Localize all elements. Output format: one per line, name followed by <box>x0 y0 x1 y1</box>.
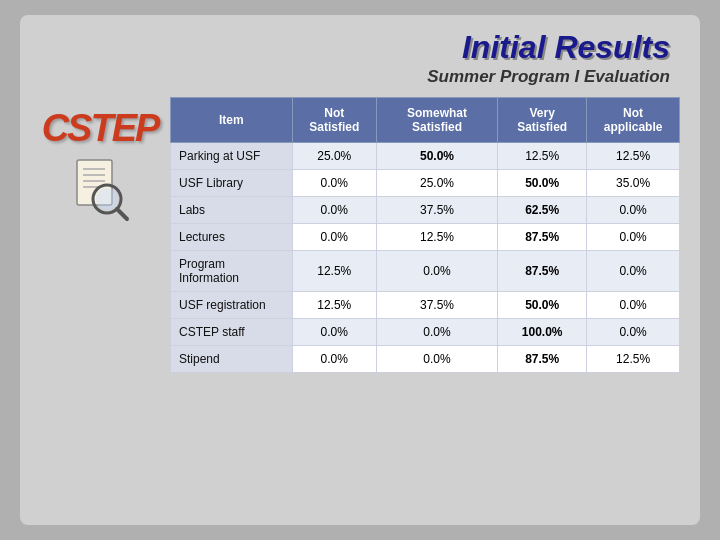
col-header-very-satisfied: Very Satisfied <box>498 98 587 143</box>
table-row: USF Library0.0%25.0%50.0%35.0% <box>171 170 680 197</box>
cell-somewhat-satisfied: 50.0% <box>376 143 497 170</box>
cell-not-applicable: 0.0% <box>587 292 680 319</box>
table-row: CSTEP staff0.0%0.0%100.0%0.0% <box>171 319 680 346</box>
cell-not-applicable: 0.0% <box>587 251 680 292</box>
cell-very-satisfied: 12.5% <box>498 143 587 170</box>
header-area: Initial Results Summer Program I Evaluat… <box>40 25 680 87</box>
cell-somewhat-satisfied: 12.5% <box>376 224 497 251</box>
cell-somewhat-satisfied: 0.0% <box>376 251 497 292</box>
cell-somewhat-satisfied: 37.5% <box>376 197 497 224</box>
cell-not-satisfied: 0.0% <box>292 197 376 224</box>
cell-not-satisfied: 0.0% <box>292 224 376 251</box>
cell-not-applicable: 0.0% <box>587 224 680 251</box>
cell-not-applicable: 0.0% <box>587 319 680 346</box>
cell-very-satisfied: 87.5% <box>498 251 587 292</box>
cell-item: USF Library <box>171 170 293 197</box>
col-header-item: Item <box>171 98 293 143</box>
cell-item: Parking at USF <box>171 143 293 170</box>
table-header-row: Item Not Satisfied Somewhat Satisfied Ve… <box>171 98 680 143</box>
cell-not-satisfied: 0.0% <box>292 319 376 346</box>
cell-very-satisfied: 87.5% <box>498 224 587 251</box>
cell-item: Stipend <box>171 346 293 373</box>
table-row: Labs0.0%37.5%62.5%0.0% <box>171 197 680 224</box>
logo-area: CSTEP <box>40 97 160 505</box>
table-row: Program Information12.5%0.0%87.5%0.0% <box>171 251 680 292</box>
cstep-logo-text: CSTEP <box>42 107 159 150</box>
document-magnifier-icon <box>65 155 135 225</box>
table-row: Lectures0.0%12.5%87.5%0.0% <box>171 224 680 251</box>
results-table: Item Not Satisfied Somewhat Satisfied Ve… <box>170 97 680 373</box>
cell-somewhat-satisfied: 25.0% <box>376 170 497 197</box>
cell-item: Lectures <box>171 224 293 251</box>
cell-not-applicable: 0.0% <box>587 197 680 224</box>
cell-item: CSTEP staff <box>171 319 293 346</box>
cell-not-applicable: 35.0% <box>587 170 680 197</box>
cell-very-satisfied: 62.5% <box>498 197 587 224</box>
cell-very-satisfied: 50.0% <box>498 292 587 319</box>
cell-not-applicable: 12.5% <box>587 143 680 170</box>
table-row: Parking at USF25.0%50.0%12.5%12.5% <box>171 143 680 170</box>
slide-title: Initial Results <box>40 30 670 65</box>
cell-somewhat-satisfied: 37.5% <box>376 292 497 319</box>
slide-subtitle: Summer Program I Evaluation <box>40 67 670 87</box>
cell-item: USF registration <box>171 292 293 319</box>
cell-somewhat-satisfied: 0.0% <box>376 346 497 373</box>
cell-not-satisfied: 12.5% <box>292 251 376 292</box>
col-header-somewhat-satisfied: Somewhat Satisfied <box>376 98 497 143</box>
cell-not-satisfied: 12.5% <box>292 292 376 319</box>
cell-very-satisfied: 87.5% <box>498 346 587 373</box>
cell-item: Program Information <box>171 251 293 292</box>
cell-not-satisfied: 25.0% <box>292 143 376 170</box>
table-wrapper: Item Not Satisfied Somewhat Satisfied Ve… <box>170 97 680 505</box>
cell-not-applicable: 12.5% <box>587 346 680 373</box>
cell-not-satisfied: 0.0% <box>292 346 376 373</box>
col-header-not-applicable: Not applicable <box>587 98 680 143</box>
content-area: CSTEP Item Not Satisfied <box>40 97 680 505</box>
cell-somewhat-satisfied: 0.0% <box>376 319 497 346</box>
cell-item: Labs <box>171 197 293 224</box>
svg-line-7 <box>117 209 127 219</box>
table-row: Stipend0.0%0.0%87.5%12.5% <box>171 346 680 373</box>
svg-point-6 <box>96 188 118 210</box>
cell-very-satisfied: 50.0% <box>498 170 587 197</box>
cell-not-satisfied: 0.0% <box>292 170 376 197</box>
slide: Initial Results Summer Program I Evaluat… <box>20 15 700 525</box>
table-row: USF registration12.5%37.5%50.0%0.0% <box>171 292 680 319</box>
cell-very-satisfied: 100.0% <box>498 319 587 346</box>
col-header-not-satisfied: Not Satisfied <box>292 98 376 143</box>
